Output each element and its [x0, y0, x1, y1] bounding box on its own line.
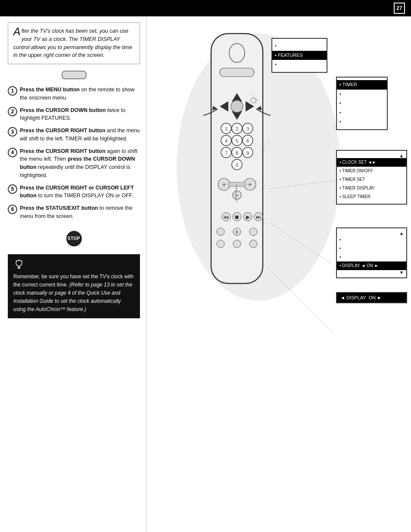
- step-num-4: 4: [8, 148, 17, 157]
- svg-text:⏹: ⏹: [234, 214, 240, 220]
- svg-text:2: 2: [236, 126, 238, 131]
- left-panel: A fter the TV's clock has been set, you …: [0, 16, 146, 532]
- menu-item: • TIMER SET: [337, 175, 406, 184]
- step-num-2: 2: [8, 107, 17, 116]
- step-text-6: Press the STATUS/EXIT button to remove t…: [20, 204, 140, 221]
- intro-text: fter the TV's clock has been set, you ca…: [13, 28, 132, 58]
- right-panel: • ▪ FEATURES • ▪ TIMER • • • • ▲ ▪ CLOCK…: [146, 16, 411, 532]
- step-4: 4 Press the CURSOR RIGHT button again to…: [8, 147, 140, 180]
- step-num-1: 1: [8, 86, 17, 96]
- step-3: 3 Press the CURSOR RIGHT button and the …: [8, 127, 140, 143]
- svg-text:6: 6: [246, 138, 249, 143]
- step-text-3: Press the CURSOR RIGHT button and the me…: [20, 127, 140, 143]
- step-5: 5 Press the CURSOR RIGHT or CURSOR LEFT …: [8, 184, 140, 200]
- step-text-1: Press the MENU button on the remote to s…: [20, 86, 140, 102]
- tip-header: [13, 259, 134, 270]
- menu-item-highlighted: ▪ TIMER: [337, 80, 387, 90]
- svg-text:0: 0: [236, 162, 238, 168]
- menu-item: •: [337, 117, 387, 127]
- svg-point-1: [16, 260, 22, 266]
- svg-point-36: [231, 100, 243, 112]
- page-number: 27: [394, 3, 405, 14]
- stop-icon: STOP: [66, 231, 82, 246]
- scroll-down: ▼: [337, 270, 406, 275]
- svg-point-57: [217, 228, 224, 236]
- step-num-5: 5: [8, 184, 17, 194]
- svg-line-6: [16, 260, 17, 261]
- scroll-up: ▲: [337, 153, 406, 158]
- menu-item: • TIMER DISPLAY: [337, 184, 406, 193]
- drop-cap: A: [13, 27, 21, 36]
- step-6: 6 Press the STATUS/EXIT button to remove…: [8, 204, 140, 221]
- svg-point-63: [249, 240, 257, 248]
- step-2: 2 Press the CURSOR DOWN button twice to …: [8, 106, 140, 123]
- svg-text:+: +: [222, 181, 226, 188]
- svg-rect-0: [62, 71, 86, 79]
- svg-text:8: 8: [236, 150, 238, 156]
- step-num-3: 3: [8, 127, 17, 137]
- svg-text:7: 7: [225, 150, 227, 156]
- svg-text:5: 5: [236, 138, 238, 143]
- menu-item: • TIMER ON/OFF: [337, 167, 406, 175]
- screen-box-2: ▪ TIMER • • • •: [336, 77, 388, 130]
- svg-text:3: 3: [246, 126, 249, 131]
- remote-control-svg: 1 2 3 4 5 6 7 8 9 0: [185, 29, 289, 357]
- menu-item: •: [337, 244, 406, 253]
- screen-box-5: ◄ DISPLAY ON ►: [336, 292, 407, 303]
- step-text-5: Press the CURSOR RIGHT or CURSOR LEFT bu…: [20, 184, 140, 200]
- svg-text:9: 9: [246, 150, 249, 156]
- remote-small-icon: [61, 70, 87, 80]
- step-num-6: 6: [8, 205, 17, 214]
- step-text-2: Press the CURSOR DOWN button twice to hi…: [20, 106, 140, 123]
- step-text-4: Press the CURSOR RIGHT button again to s…: [20, 147, 140, 180]
- menu-item: •: [337, 99, 387, 108]
- step-1: 1 Press the MENU button on the remote to…: [8, 86, 140, 102]
- svg-text:+: +: [248, 181, 252, 188]
- svg-point-61: [217, 240, 224, 248]
- svg-point-60: [249, 228, 257, 236]
- svg-text:⏮: ⏮: [224, 214, 229, 220]
- menu-item: •: [337, 108, 387, 118]
- screen-box-3: ▲ ▪ CLOCK SET ◄► • TIMER ON/OFF • TIMER …: [336, 150, 407, 205]
- svg-text:▶: ▶: [246, 214, 250, 220]
- tip-text: Remember, be sure you have set the TV's …: [13, 273, 134, 314]
- top-bar: 27: [0, 0, 411, 16]
- menu-item-display-highlighted: • DISPLAY ◄ ON ►: [337, 261, 406, 270]
- menu-item-highlighted: ▪ CLOCK SET ◄►: [337, 158, 406, 167]
- svg-text:1: 1: [225, 126, 227, 131]
- svg-rect-11: [220, 68, 254, 77]
- scroll-up-2: ▲: [337, 231, 406, 236]
- main-content: A fter the TV's clock has been set, you …: [0, 16, 411, 532]
- intro-box: A fter the TV's clock has been set, you …: [8, 22, 140, 64]
- svg-line-7: [22, 260, 22, 261]
- svg-text:4: 4: [225, 138, 227, 143]
- screen-box-4: ▲ • • • • DISPLAY ◄ ON ► ▼: [336, 227, 407, 278]
- display-on-label: ◄ DISPLAY ON ►: [340, 295, 382, 300]
- svg-point-62: [233, 240, 241, 248]
- svg-text:⏭: ⏭: [256, 214, 261, 220]
- menu-item: •: [337, 236, 406, 244]
- svg-text:II: II: [236, 230, 238, 235]
- tip-box: Remember, be sure you have set the TV's …: [8, 254, 140, 319]
- bulb-icon: [13, 259, 25, 270]
- menu-item: •: [337, 253, 406, 261]
- menu-item: • SLEEP TIMER: [337, 193, 406, 201]
- menu-item: •: [337, 90, 387, 99]
